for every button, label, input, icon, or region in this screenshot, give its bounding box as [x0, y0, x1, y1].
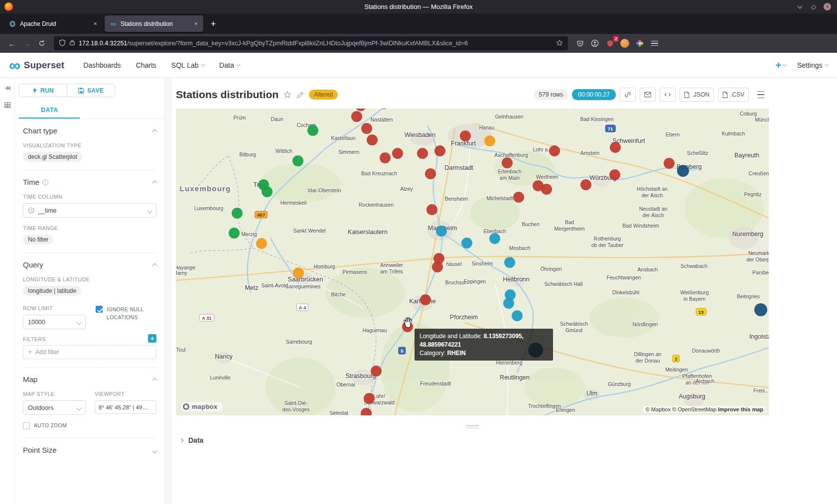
map-point[interactable] [610, 142, 621, 153]
section-header-point-size[interactable]: Point Size [23, 446, 156, 454]
map-point[interactable] [460, 130, 471, 141]
map-point[interactable] [426, 204, 437, 215]
map-point[interactable] [392, 148, 403, 159]
viz-type-value[interactable]: deck.gl Scatterplot [23, 152, 82, 162]
map-point[interactable] [420, 294, 431, 305]
edit-properties-icon[interactable] [296, 91, 304, 99]
map-point[interactable] [484, 135, 495, 146]
connection-security-icon[interactable] [69, 39, 75, 47]
nav-sql-lab[interactable]: SQL Lab [171, 61, 204, 69]
share-link-button[interactable] [620, 88, 636, 102]
forward-button[interactable]: → [20, 37, 34, 50]
tab-data[interactable]: DATA [15, 104, 164, 119]
mapbox-logo[interactable]: mapbox [181, 402, 223, 411]
email-button[interactable] [640, 88, 656, 102]
pocket-icon[interactable] [573, 37, 587, 50]
map-canvas[interactable]: Longitude and Latitude: 8.1359273095, 48… [176, 109, 769, 415]
back-button[interactable]: ← [5, 37, 19, 50]
map-point[interactable] [425, 168, 436, 179]
map-point[interactable] [503, 298, 514, 309]
nav-charts[interactable]: Charts [136, 61, 156, 69]
map-point[interactable] [351, 111, 362, 122]
lonlat-value[interactable]: longitude | latitude [23, 286, 81, 296]
maximize-button[interactable]: ◇ [810, 3, 818, 11]
map-point[interactable] [367, 134, 378, 145]
chart-menu-button[interactable] [753, 88, 769, 102]
map-point[interactable] [307, 125, 318, 136]
url-bar[interactable]: 172.18.0.4:32251/superset/explore/?form_… [54, 36, 568, 50]
map-point[interactable] [436, 226, 447, 237]
map-style-select[interactable]: Outdoors [23, 400, 86, 415]
new-item-button[interactable]: + [775, 59, 786, 71]
auto-zoom-checkbox[interactable] [23, 422, 30, 429]
resize-handle[interactable] [176, 425, 769, 428]
map-point[interactable] [232, 208, 243, 219]
section-header-query[interactable]: Query [23, 260, 156, 269]
nav-data[interactable]: Data [219, 61, 240, 69]
altered-badge[interactable]: Altered [309, 90, 338, 100]
row-limit-select[interactable]: 10000 [23, 315, 86, 329]
map-point[interactable] [292, 155, 303, 166]
data-section-toggle[interactable]: Data [176, 436, 837, 444]
nav-dashboards[interactable]: Dashboards [83, 61, 121, 69]
adblock-shield-icon[interactable]: 2 [603, 37, 617, 50]
tab-stations-distribution[interactable]: ∞ Stations distribution × [105, 15, 203, 32]
viewport-value[interactable]: 8° 46' 45.28" | 49… [95, 400, 156, 414]
map-point[interactable] [609, 169, 620, 180]
map-point[interactable] [380, 152, 391, 163]
collapse-panel-icon[interactable] [4, 85, 11, 94]
map-point[interactable] [489, 233, 500, 244]
add-filter-plus-button[interactable]: + [148, 334, 156, 343]
map-point[interactable] [580, 179, 591, 190]
settings-menu[interactable]: Settings [797, 61, 828, 69]
map-point[interactable] [754, 303, 767, 316]
panel-divider[interactable] [164, 78, 171, 504]
map-point[interactable] [461, 238, 472, 249]
tab-apache-druid[interactable]: Apache Druid × [4, 15, 103, 32]
export-csv-button[interactable]: .CSV [718, 88, 749, 102]
time-column-select[interactable]: __time [23, 203, 156, 218]
section-header-time[interactable]: Time i [23, 178, 156, 186]
minimize-button[interactable] [796, 3, 804, 11]
menu-button[interactable] [648, 37, 662, 50]
save-button[interactable]: SAVE [67, 84, 115, 97]
map-point[interactable] [361, 408, 372, 415]
reload-button[interactable] [35, 37, 49, 50]
improve-map-link[interactable]: Improve this map [718, 406, 763, 412]
map-point[interactable] [432, 261, 443, 272]
map-point[interactable] [371, 366, 382, 377]
map-point[interactable] [512, 310, 523, 321]
superset-logo[interactable]: ∞ Superset [9, 60, 64, 71]
add-filter-box[interactable]: + Add filter [23, 345, 156, 359]
map-point[interactable] [513, 192, 524, 203]
url-text[interactable]: 172.18.0.4:32251/superset/explore/?form_… [79, 40, 553, 47]
section-header-map[interactable]: Map [23, 375, 156, 383]
map-point[interactable] [549, 145, 560, 156]
account-icon[interactable] [588, 37, 602, 50]
profile-avatar[interactable] [618, 37, 632, 50]
map-point[interactable] [262, 186, 273, 197]
dataset-grid-icon[interactable] [4, 102, 11, 111]
map-point[interactable] [361, 123, 372, 134]
map-point[interactable] [293, 267, 304, 278]
map-point[interactable] [434, 145, 445, 156]
map-point[interactable] [664, 158, 675, 169]
map-point[interactable] [364, 393, 375, 404]
tab-close-icon[interactable]: × [193, 20, 199, 27]
map-point[interactable] [229, 228, 240, 239]
map-point[interactable] [417, 148, 428, 159]
extension-pinwheel-icon[interactable] [633, 37, 647, 50]
map-point[interactable] [256, 238, 267, 249]
ignore-null-checkbox[interactable] [96, 306, 103, 313]
section-header-chart-type[interactable]: Chart type [23, 126, 156, 135]
tab-close-icon[interactable]: × [92, 20, 98, 27]
map-point[interactable] [677, 165, 689, 177]
export-json-button[interactable]: .JSON [680, 88, 714, 102]
favorite-star-icon[interactable] [283, 91, 291, 99]
time-range-value[interactable]: No filter [23, 235, 53, 245]
embed-code-button[interactable] [660, 88, 676, 102]
close-button[interactable]: × [824, 3, 831, 10]
bookmark-star-icon[interactable] [556, 39, 563, 48]
map-point[interactable] [502, 157, 513, 168]
new-tab-button[interactable]: + [207, 19, 219, 29]
